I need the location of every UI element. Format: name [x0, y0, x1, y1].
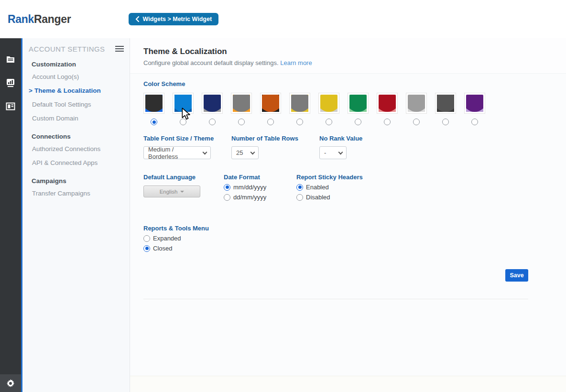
no-rank-select[interactable]: - — [319, 146, 347, 159]
color-scheme-radio[interactable] — [180, 119, 186, 125]
color-scheme-radio[interactable] — [442, 119, 449, 125]
nav-item-authorized-connections[interactable]: Authorized Connections — [29, 142, 124, 156]
nav-item-transfer-campaigns[interactable]: Transfer Campaigns — [29, 186, 124, 200]
color-scheme-option-green[interactable] — [348, 93, 369, 125]
chevron-down-icon — [203, 150, 207, 155]
color-scheme-option-gold[interactable] — [318, 93, 339, 125]
nav-item-custom-domain[interactable]: Custom Domain — [29, 111, 124, 125]
color-scheme-option-dark-blue[interactable] — [143, 93, 164, 125]
color-scheme-option-gray-yellow[interactable] — [289, 93, 310, 125]
swatch — [233, 95, 250, 112]
date-format-label: Date Format — [224, 174, 296, 181]
page-subtitle: Configure global account default display… — [143, 59, 279, 66]
sticky-headers-option-disabled[interactable]: Disabled — [296, 194, 363, 201]
option-label: Closed — [153, 245, 172, 252]
swatch — [204, 95, 221, 112]
swatch — [320, 95, 337, 112]
nav-item-default-tool-settings[interactable]: Default Tool Settings — [29, 98, 124, 111]
nav-item-theme-localization[interactable]: >Theme & Localization — [29, 84, 124, 98]
page-title: Theme & Localization — [143, 47, 528, 56]
top-header: RankRanger Widgets > Metric Widget — [0, 0, 566, 38]
nav-heading: Customization — [29, 61, 124, 68]
account-settings-nav: ACCOUNT SETTINGS Customization Account L… — [22, 38, 130, 392]
sidebar-settings-item[interactable] — [0, 374, 21, 392]
option-label: Disabled — [306, 194, 330, 201]
sticky-headers-option-enabled[interactable]: Enabled — [296, 184, 363, 191]
sidebar-charts-item[interactable] — [6, 78, 15, 87]
color-scheme-option-navy-gray[interactable] — [202, 93, 223, 125]
nav-heading: Connections — [29, 133, 124, 140]
reports-tools-menu-section: Reports & Tools Menu Expanded Closed — [143, 225, 528, 252]
reports-menu-label: Reports & Tools Menu — [143, 225, 528, 232]
reports-menu-option-closed[interactable]: Closed — [143, 245, 528, 252]
table-rows-value: 25 — [236, 149, 243, 156]
nav-item-api-connected-apps[interactable]: API & Connected Apps — [29, 156, 124, 170]
radio-icon[interactable] — [143, 245, 150, 252]
swatch — [262, 95, 279, 112]
default-language-label: Default Language — [143, 174, 224, 181]
color-scheme-radio[interactable] — [355, 119, 361, 125]
color-scheme-radio[interactable] — [267, 119, 274, 125]
active-item-chevron: > — [29, 87, 33, 94]
color-scheme-radio[interactable] — [238, 119, 245, 125]
color-scheme-radio[interactable] — [384, 119, 391, 125]
locale-settings-row: Default Language English Date Format mm/… — [143, 174, 528, 201]
color-scheme-option-blue[interactable] — [173, 93, 194, 125]
section-divider — [143, 299, 528, 299]
swatch — [145, 95, 163, 112]
nav-heading: Campaigns — [29, 177, 124, 185]
table-rows-select[interactable]: 25 — [231, 146, 259, 159]
color-scheme-radio[interactable] — [326, 119, 332, 125]
app-window: RankRanger Widgets > Metric Widget — [0, 0, 566, 392]
hamburger-icon[interactable] — [115, 44, 124, 53]
logo-text-ranger: Ranger — [34, 13, 71, 25]
radio-icon[interactable] — [296, 194, 303, 201]
color-scheme-option-dark-gray[interactable] — [435, 93, 456, 125]
nav-item-label: Theme & Localization — [34, 87, 101, 94]
option-label: dd/mm/yyyy — [233, 194, 266, 201]
logo-text-rank: Rank — [8, 13, 34, 25]
color-scheme-radio[interactable] — [413, 119, 420, 125]
rankranger-logo[interactable]: RankRanger — [8, 13, 71, 26]
option-label: mm/dd/yyyy — [233, 184, 266, 191]
nav-section-campaigns: Campaigns Transfer Campaigns — [29, 177, 124, 200]
nav-section-connections: Connections Authorized Connections API &… — [29, 133, 124, 170]
language-dropdown-button[interactable]: English — [143, 185, 200, 197]
radio-icon[interactable] — [296, 184, 303, 191]
sidebar-reports-item[interactable] — [6, 54, 15, 64]
layout-icon — [6, 102, 15, 110]
gear-icon — [6, 379, 15, 388]
radio-icon[interactable] — [143, 235, 150, 242]
color-scheme-label: Color Scheme — [143, 80, 528, 87]
date-format-option-ddmmyyyy[interactable]: dd/mm/yyyy — [224, 194, 296, 201]
color-scheme-radio[interactable] — [296, 119, 303, 125]
color-scheme-option-orange-black[interactable] — [260, 93, 281, 125]
footer-strip — [130, 376, 566, 392]
radio-icon[interactable] — [224, 184, 230, 191]
date-format-option-mmddyyyy[interactable]: mm/dd/yyyy — [224, 184, 296, 191]
color-scheme-radio[interactable] — [471, 119, 478, 125]
color-scheme-option-purple[interactable] — [464, 93, 485, 125]
app-body: ACCOUNT SETTINGS Customization Account L… — [0, 38, 566, 392]
table-settings-row: Table Font Size / Theme Medium / Borderl… — [143, 135, 528, 159]
widgets-metric-widget-button[interactable]: Widgets > Metric Widget — [129, 13, 219, 25]
color-scheme-option-gray[interactable] — [406, 93, 427, 125]
color-scheme-option-crimson[interactable] — [377, 93, 398, 125]
color-scheme-option-gray-orange[interactable] — [231, 93, 252, 125]
table-font-select[interactable]: Medium / Borderless — [143, 146, 211, 159]
color-scheme-radio[interactable] — [209, 119, 216, 125]
nav-section-customization: Customization Account Logo(s) >Theme & L… — [29, 61, 124, 125]
documents-icon — [6, 55, 15, 64]
nav-item-account-logos[interactable]: Account Logo(s) — [29, 70, 124, 84]
color-scheme-radio[interactable] — [151, 119, 157, 125]
learn-more-link[interactable]: Learn more — [280, 59, 312, 66]
sidebar-layout-item[interactable] — [6, 101, 15, 111]
reports-menu-option-expanded[interactable]: Expanded — [143, 235, 528, 242]
radio-icon[interactable] — [224, 194, 230, 201]
swatch — [466, 95, 483, 112]
save-button[interactable]: Save — [505, 269, 528, 282]
chevron-left-icon — [135, 16, 139, 22]
option-label: Enabled — [306, 184, 329, 191]
title-block: Theme & Localization Configure global ac… — [130, 38, 566, 74]
swatch — [349, 95, 367, 112]
